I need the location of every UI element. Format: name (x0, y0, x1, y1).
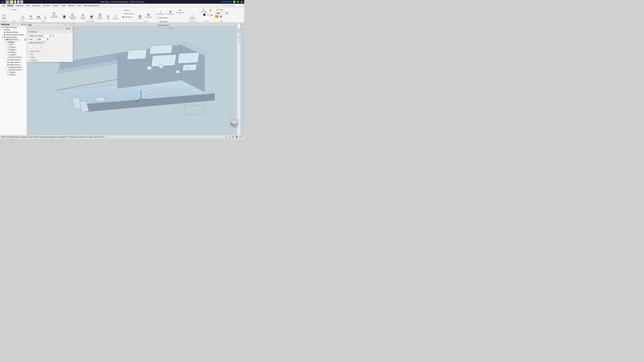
hole-button[interactable]: ⊙ Hole (105, 14, 111, 20)
mirrorfaces-button[interactable]: ⊟ Mirror Faces ▸ (144, 12, 154, 20)
pf-item-designbody1[interactable]: ▼ 🔷 Design Body_1 ● (0, 38, 27, 41)
cut-chain-select[interactable]: Chain Region (36, 38, 49, 41)
menu-addins[interactable]: Add Ins (67, 4, 76, 7)
pf-item-flange1[interactable]: ▷ ⬜ Flange 1 (0, 46, 27, 48)
view-triad[interactable]: LEF.Y (229, 118, 239, 128)
circle-button[interactable]: ⊙ Circle by Center Point ▸ (49, 11, 59, 20)
render-shaded-button[interactable]: 🔶 (215, 15, 219, 18)
cut-edgeset-remove-icon[interactable]: ✕ (44, 41, 46, 44)
pf-item-closecorner1[interactable]: ◈ Close Corner 1 (0, 58, 27, 61)
maximize-button[interactable]: □ (237, 1, 239, 3)
pf-item-base[interactable]: ◈ Base (0, 28, 27, 31)
menu-tools[interactable]: Tools (60, 4, 67, 7)
fit-button[interactable]: ⊡ Fit (208, 8, 213, 13)
status-settings-icon[interactable]: ⚙ (232, 136, 234, 138)
status-search-icon[interactable]: 🔍 (225, 136, 228, 138)
cut-drawprofile-expand[interactable]: ▷ Draw Profile (27, 50, 73, 53)
tab-button[interactable]: ▣ Tab (61, 14, 67, 20)
menu-simulation[interactable]: Simulation (30, 4, 42, 7)
addbody-button[interactable]: ✚ Add Body ▸ (122, 15, 135, 18)
breakcorner-button[interactable]: ⌐ Break Corner ▸ (122, 12, 135, 15)
cut-extent-expand[interactable]: ▷ Extent (27, 56, 73, 59)
status-print-icon[interactable]: 🖨 (229, 136, 231, 138)
undo-button[interactable]: ↩ (14, 0, 16, 3)
pf-item-flange3[interactable]: ▷ ⬜ Flange 3 (0, 51, 27, 53)
save-button[interactable]: 💾 (6, 0, 9, 3)
pf-item-material[interactable]: ◈ Material (None) (0, 31, 27, 33)
zoomarea-button[interactable]: 🔍 Zoom Area (200, 8, 208, 13)
cut-cancel-button[interactable]: Cancel (63, 27, 72, 30)
bendangle-button[interactable]: ∠ Bend Angle (156, 16, 185, 19)
multiedgeflange-button[interactable]: ⊏ Multi-Edge Flange ▸ (68, 12, 78, 20)
menu-file[interactable]: File (1, 4, 6, 7)
status-computer-icon[interactable]: 💻 (235, 136, 238, 138)
pf-item-sketch2[interactable]: ✏ Sketch 2 (0, 73, 27, 76)
bend-button[interactable]: 〰 Bend ▸ (122, 9, 135, 12)
styles-button[interactable]: 💡 Styles (215, 8, 224, 11)
print-button[interactable]: 🖨 (20, 0, 23, 3)
pf-item-breakcorner1[interactable]: ◈ Break Corner 1 (0, 63, 27, 66)
viewfront-button[interactable]: ▬ (210, 13, 213, 16)
feature-library-tab[interactable]: Feature Library (237, 23, 240, 33)
cut-treatment-expand[interactable]: ▷ Treatment (27, 59, 73, 62)
enclosure-button[interactable]: □ Enclosure (112, 14, 119, 20)
parts-library-tab[interactable]: Parts Library (237, 34, 240, 44)
resizeholes-button[interactable]: ⊙ Resize Holes ▸ (156, 24, 185, 27)
movefaces-button[interactable]: ↕ Move Faces ▸ (156, 9, 166, 15)
pf-item-refplanes[interactable]: ▷ ◈ Base Reference Planes (0, 33, 27, 36)
pf-item-flange4[interactable]: ▷ ⬜ Flange 4 (0, 53, 27, 56)
cut-minimize-icon[interactable]: – (66, 24, 68, 26)
menu-inspect[interactable]: Inspect (51, 4, 60, 7)
minimize-button[interactable]: _ (233, 1, 236, 3)
cut-icon-rect[interactable]: □ (33, 45, 38, 48)
close-button[interactable]: × (240, 1, 243, 3)
cut-icon-hole[interactable]: ○ (28, 45, 33, 48)
3dsketch-button[interactable]: 3D 3D Sketch (34, 15, 42, 20)
cut-icon-shape[interactable]: ⊂ (38, 45, 43, 48)
2bendcorner-button[interactable]: ⊡ 2-Bend Corner ▸ (95, 12, 105, 20)
paste-button[interactable]: 📋 Paste (1, 14, 7, 20)
viewtop-button[interactable]: ⬜ (206, 13, 210, 16)
pf-item-designbodies[interactable]: ▼ 🗂 Design Bodies (0, 36, 27, 38)
pf-item-root[interactable]: ▼ 🗂 TRM-07175.psm (0, 26, 27, 28)
pattern-button[interactable]: ⊞ Pattern (137, 14, 143, 20)
pf-item-tab1[interactable]: ▷ ⬜ Tab 1 (0, 43, 27, 46)
pf-item-ordered[interactable]: ▼ 📁 Ordered (0, 41, 27, 43)
smartdimension-button[interactable]: ↔ Smart Dimension (187, 13, 198, 20)
menu-home[interactable]: Home (6, 4, 14, 7)
menu-pmi[interactable]: PMI (25, 4, 31, 7)
open-button[interactable]: 📂 (10, 0, 13, 3)
pf-item-normalcutout3[interactable]: ▷ ⬜ Normal Cutout 3 (0, 56, 27, 58)
sketch-button[interactable]: ✏ Sketch (28, 14, 34, 20)
close-viewport-icon[interactable]: ✕ (242, 23, 244, 26)
menu-datamanagement[interactable]: Data Management (82, 4, 100, 7)
menu-3dprint[interactable]: 3D Print (42, 4, 51, 7)
planes-button[interactable]: ▱ Planes (20, 15, 26, 20)
ribbon-search[interactable] (222, 4, 244, 7)
render-wire-button[interactable]: 🔷 (219, 15, 223, 18)
cut-sketch-header[interactable]: ✏ Sketch (27, 30, 73, 33)
cut-help-icon[interactable]: ? (63, 24, 66, 26)
redo-button[interactable]: ↪ (17, 0, 20, 3)
line-button[interactable]: ╱ Line (42, 15, 49, 20)
pf-item-normalcutout5[interactable]: ▷ ⬜ Normal Cutout 5 (0, 68, 27, 71)
bendradius-button[interactable]: ⌒ Bend Radius (156, 20, 185, 23)
dimple-button[interactable]: ◉ Dimple (88, 14, 94, 20)
pf-item-sketch1[interactable]: ✏ Sketch 1 (0, 71, 27, 73)
pf-item-flange2[interactable]: ▷ ⬜ Flange 2 (0, 48, 27, 51)
style-select[interactable]: Light Dark Wireframe (215, 11, 228, 14)
pf-item-closecorner2[interactable]: ◈ Close Corner 2 (0, 61, 27, 63)
pf-item-normalcutout4[interactable]: ▷ ⬜ Normal Cutout 4 (0, 66, 27, 68)
select-button[interactable]: ↖ Select (10, 8, 18, 11)
contourflange-button[interactable]: ⊔ Contour Flange ▸ (78, 12, 88, 20)
cut-select-dropdown-icon[interactable]: ▼ (52, 35, 54, 37)
cut-close-icon[interactable]: ✕ (69, 24, 72, 26)
pathfinder-close-icon[interactable]: ✕ (24, 23, 26, 26)
cut-side-expand[interactable]: ▷ Side (27, 53, 73, 56)
pathfinder-pin-icon[interactable]: 📌 (21, 23, 24, 26)
view3d-button[interactable]: ⬛ (203, 13, 206, 16)
cut-from-sketch-select[interactable]: Select from Sketch (28, 34, 52, 37)
matchface-button[interactable]: ⊘ Match Face (166, 9, 175, 15)
menu-surfacing[interactable]: Surfacing (14, 4, 24, 7)
deletefaces-button[interactable]: ✂ Delete Faces ▸ (175, 8, 185, 15)
